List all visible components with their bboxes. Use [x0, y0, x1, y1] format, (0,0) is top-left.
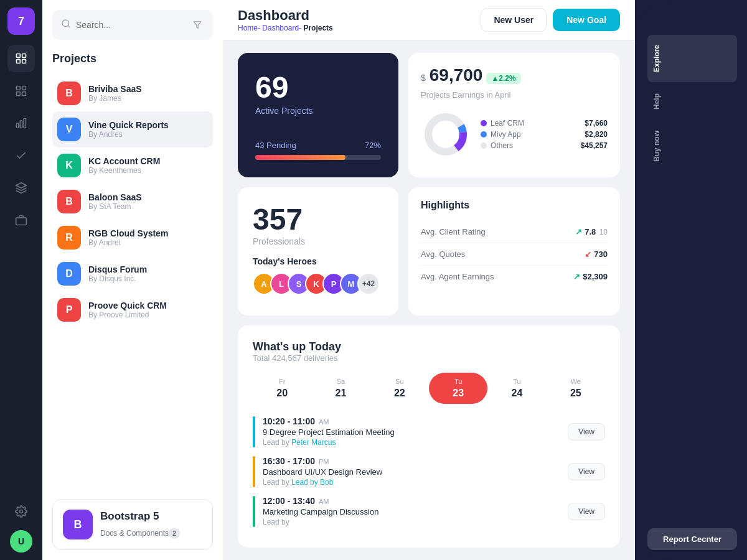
legend: Leaf CRM $7,660 Mivy App $2,820 Others $… — [481, 119, 608, 150]
day-name: Fr — [255, 378, 309, 385]
svg-marker-16 — [194, 22, 201, 29]
breadcrumb-dash[interactable]: Dashboard- — [262, 24, 301, 32]
highlight-value: ↗$2,309 — [573, 272, 608, 281]
project-item[interactable]: K KC Account CRM By Keenthemes — [52, 147, 213, 184]
prof-count: 357 — [253, 202, 383, 236]
active-projects-label: Active Projects — [255, 106, 381, 116]
legend-value: $45,257 — [581, 141, 608, 150]
event-ampm: AM — [319, 418, 329, 426]
report-center-button[interactable]: Report Cecnter — [647, 528, 737, 550]
project-item[interactable]: B Briviba SaaS By James — [52, 75, 213, 111]
project-info: RGB Cloud System By Andrei — [88, 228, 168, 247]
event-lead-link[interactable]: Lead by Bob — [291, 478, 333, 487]
svg-rect-4 — [17, 86, 21, 90]
project-name: Disqus Forum — [88, 264, 147, 274]
event-bar — [253, 416, 255, 447]
cal-day[interactable]: Sa21 — [311, 373, 370, 404]
nav-icon-layers[interactable] — [7, 174, 35, 202]
svg-rect-1 — [22, 54, 26, 58]
svg-point-13 — [20, 510, 23, 513]
side-tab[interactable]: Buy now — [647, 121, 737, 172]
project-by: By James — [88, 94, 142, 103]
nav-icon-grid[interactable] — [7, 45, 35, 72]
trend-down-icon: ↙ — [585, 250, 591, 259]
cal-day[interactable]: Su22 — [370, 373, 429, 404]
event-time: 10:20 - 11:00 AM — [263, 416, 395, 426]
legend-name: Leaf CRM — [491, 119, 524, 128]
header: Dashboard Home- Dashboard- Projects New … — [223, 0, 635, 40]
main-content: Dashboard Home- Dashboard- Projects New … — [223, 0, 635, 560]
user-avatar[interactable]: U — [10, 530, 32, 553]
docs-label[interactable]: Docs & Components — [100, 529, 169, 538]
cal-day[interactable]: Tu23 — [429, 373, 487, 404]
project-item[interactable]: V Vine Quick Reports By Andres — [52, 111, 213, 147]
projects-list: B Briviba SaaS By James V Vine Quick Rep… — [52, 75, 213, 328]
project-logo: K — [57, 154, 81, 177]
nav-icon-check[interactable] — [7, 142, 35, 169]
card-earnings: $ 69,700 ▲2.2% Projects Earnings in Apri… — [408, 53, 620, 177]
highlight-label: Avg. Client Rating — [421, 227, 486, 236]
trend-up-icon: ↗ — [573, 272, 580, 281]
project-item[interactable]: P Proove Quick CRM By Proove Limited — [52, 292, 213, 328]
event-time: 16:30 - 17:00 PM — [263, 456, 382, 466]
project-name: Vine Quick Reports — [88, 120, 169, 130]
project-name: Proove Quick CRM — [88, 301, 167, 310]
day-name: Sa — [314, 378, 367, 385]
svg-rect-12 — [16, 218, 27, 225]
project-info: Proove Quick CRM By Proove Limited — [88, 301, 167, 319]
nav-icon-grid2[interactable] — [7, 77, 35, 105]
legend-value: $7,660 — [585, 119, 608, 128]
svg-point-14 — [62, 20, 69, 27]
card-professionals: 357 Professionals Today's Heroes ALSKPM+… — [238, 187, 398, 315]
new-user-button[interactable]: New User — [481, 8, 547, 32]
event-lead: Lead by Lead by Bob — [263, 478, 382, 487]
breadcrumb: Home- Dashboard- Projects — [238, 24, 333, 32]
project-logo: B — [57, 82, 81, 105]
filter-icon[interactable] — [191, 16, 204, 34]
header-left: Dashboard Home- Dashboard- Projects — [238, 7, 333, 32]
highlight-row: Avg. Quotes ↙730 — [421, 243, 608, 266]
progress-bar-bg — [255, 155, 381, 160]
cal-day[interactable]: Tu24 — [487, 373, 546, 404]
nav-avatar[interactable]: 7 — [7, 7, 35, 35]
card-calendar: What's up Today Total 424,567 deliveries… — [238, 325, 620, 548]
event-view-button[interactable]: View — [568, 503, 605, 520]
whats-up-subtitle: Total 424,567 deliveries — [253, 353, 605, 363]
highlights-title: Highlights — [421, 200, 608, 211]
search-input[interactable] — [76, 20, 186, 30]
docs-count: 2 — [169, 528, 180, 539]
event-lead: Lead by Peter Marcus — [263, 438, 395, 447]
breadcrumb-home[interactable]: Home- — [238, 24, 260, 32]
card-highlights: Highlights Avg. Client Rating ↗7.8 10 Av… — [408, 187, 620, 315]
earnings-dollar: $ — [421, 73, 426, 83]
day-name: Su — [373, 378, 426, 385]
side-tab[interactable]: Explore — [647, 35, 737, 82]
nav-icon-briefcase[interactable] — [7, 207, 35, 234]
day-name: We — [549, 378, 603, 385]
day-num: 23 — [431, 388, 485, 399]
nav-icon-bar-chart[interactable] — [7, 110, 35, 137]
project-logo: V — [57, 118, 81, 141]
avatar-more: +42 — [357, 273, 380, 295]
event-view-button[interactable]: View — [568, 463, 605, 480]
project-item[interactable]: B Baloon SaaS By SIA Team — [52, 184, 213, 220]
day-num: 24 — [490, 388, 543, 399]
cal-day[interactable]: We25 — [547, 373, 605, 404]
svg-rect-7 — [22, 92, 26, 96]
new-goal-button[interactable]: New Goal — [553, 9, 620, 31]
nav-icon-settings[interactable] — [7, 498, 35, 525]
project-logo: D — [57, 262, 81, 286]
svg-rect-10 — [24, 119, 26, 128]
project-item[interactable]: D Disqus Forum By Disqus Inc. — [52, 256, 213, 292]
event-lead: Lead by — [263, 518, 378, 526]
project-item[interactable]: R RGB Cloud System By Andrei — [52, 220, 213, 256]
event-item: 10:20 - 11:00 AM 9 Degree Project Estima… — [253, 416, 605, 447]
event-view-button[interactable]: View — [568, 423, 605, 441]
side-tab[interactable]: Help — [647, 83, 737, 119]
event-lead-link[interactable]: Peter Marcus — [291, 438, 336, 447]
project-by: By Andrei — [88, 238, 168, 247]
pending-count: 43 Pending — [255, 141, 296, 150]
cal-day[interactable]: Fr20 — [253, 373, 311, 404]
panel-content: ExploreHelpBuy now Report Cecnter — [635, 0, 747, 560]
earnings-top: $ 69,700 ▲2.2% — [421, 65, 608, 85]
